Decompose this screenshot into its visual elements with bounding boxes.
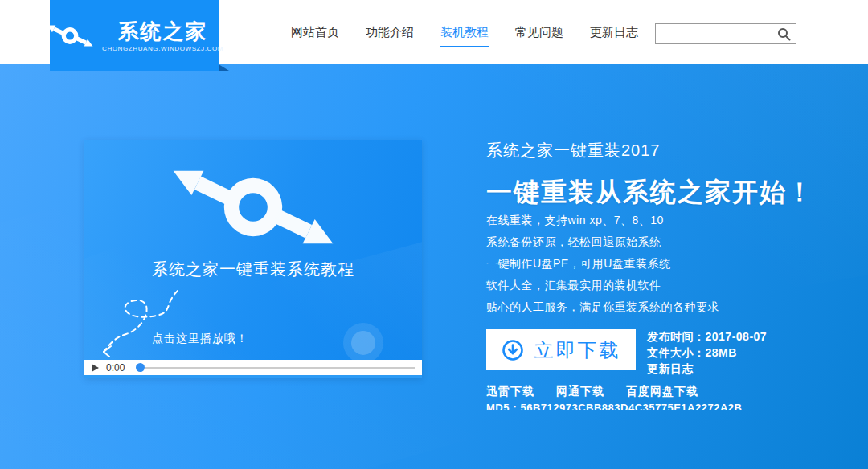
page: 网站首页 功能介绍 装机教程 常见问题 更新日志 [0,0,868,469]
nav-item-changelog[interactable]: 更新日志 [590,25,638,40]
hero-content: 系统之家一键重装系统教程 点击这里播放哦！ 0:00 [0,64,868,410]
mirror-link-netcom[interactable]: 网通下载 [556,385,604,399]
search-input[interactable] [656,24,772,43]
nav-item-faq[interactable]: 常见问题 [515,25,563,40]
download-button[interactable]: 立即下载 [486,329,636,370]
site-logo[interactable]: 系统之家 CHONGZHUANG.WINDOWSZJ.COM [50,0,219,71]
download-meta: 发布时间：2017-08-07 文件大小：28MB 更新日志 [647,328,767,377]
progress-bar[interactable] [145,367,415,369]
video-play-hint[interactable]: 点击这里播放哦！ [152,332,248,346]
video-time: 0:00 [106,362,125,373]
feature-item: 在线重装，支持win xp、7、8、10 [486,210,719,231]
main-nav: 网站首页 功能介绍 装机教程 常见问题 更新日志 [291,0,638,64]
video-bottom-strip [84,375,422,378]
hero-section: 系统之家一键重装系统教程 点击这里播放哦！ 0:00 [0,64,868,469]
mirror-link-baidu-pan[interactable]: 百度网盘下载 [626,385,698,399]
nav-item-home[interactable]: 网站首页 [291,25,339,40]
mirror-links: 迅雷下载 网通下载 百度网盘下载 [486,385,698,399]
video-thumbnail[interactable]: 系统之家一键重装系统教程 点击这里播放哦！ [84,140,422,360]
feature-list: 在线重装，支持win xp、7、8、10 系统备份还原，轻松回退原始系统 一键制… [486,210,719,318]
file-size: 文件大小：28MB [647,345,767,361]
mirror-link-thunder[interactable]: 迅雷下载 [486,385,534,399]
product-subtitle: 系统之家一键重装2017 [486,140,661,161]
changelog-link[interactable]: 更新日志 [647,361,767,377]
doodle-arrow-icon [97,288,192,360]
logo-title: 系统之家 [118,19,208,43]
ripple-inner-decoration [351,331,375,355]
download-button-label: 立即下载 [534,337,621,363]
ripple-decoration [343,323,383,360]
nav-item-install-tutorial[interactable]: 装机教程 [440,25,489,40]
release-date: 发布时间：2017-08-07 [647,328,767,345]
page-headline: 一键重装从系统之家开始！ [486,175,814,210]
logo-subtitle: CHONGZHUANG.WINDOWSZJ.COM [102,45,223,52]
search-icon [777,27,791,41]
feature-item: 系统备份还原，轻松回退原始系统 [486,231,719,253]
feature-item: 一键制作U盘PE，可用U盘重装系统 [486,253,719,275]
logo-arrows-icon [45,23,95,48]
scrubber-handle[interactable] [136,363,145,372]
search-button[interactable] [772,24,796,43]
md5-checksum: MD5：56B712973CBB883D4C35775E1A2272A2B [486,402,742,410]
download-icon [502,339,524,361]
search-box [655,23,796,44]
feature-item: 软件大全，汇集最实用的装机软件 [486,275,719,296]
logo-texts: 系统之家 CHONGZHUANG.WINDOWSZJ.COM [102,19,223,52]
video-player: 系统之家一键重装系统教程 点击这里播放哦！ 0:00 [84,140,422,378]
nav-item-features[interactable]: 功能介绍 [366,25,414,40]
video-logo-arrows-icon [166,164,340,254]
video-controls: 0:00 [84,360,422,375]
feature-item: 贴心的人工服务，满足你重装系统的各种要求 [486,296,719,318]
play-icon[interactable] [92,364,99,372]
video-title: 系统之家一键重装系统教程 [84,259,422,280]
logo-fold-decoration [219,64,229,71]
